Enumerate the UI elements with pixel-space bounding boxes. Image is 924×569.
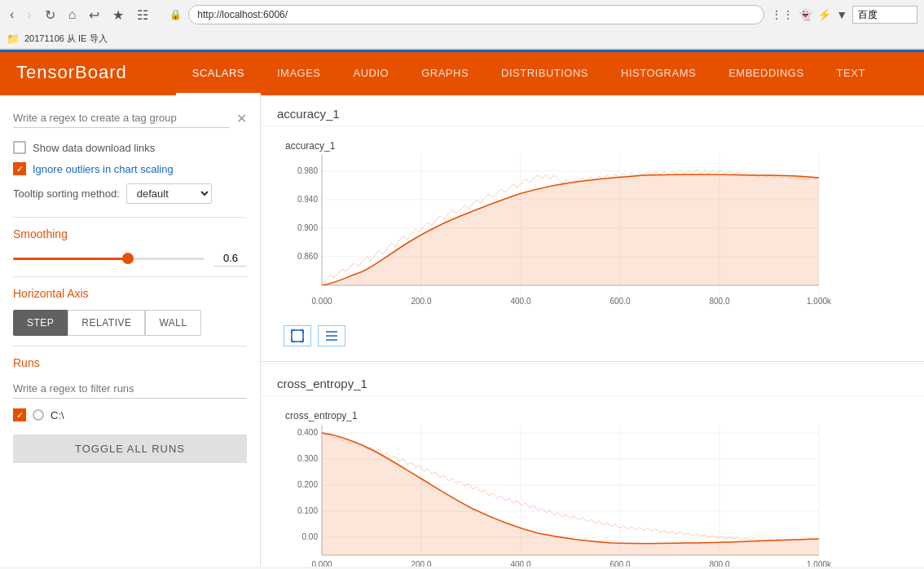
tab-audio[interactable]: AUDIO (337, 50, 406, 95)
run-name-label: C:\ (51, 409, 64, 421)
chart-svg-entropy: cross_entropy_1 (277, 404, 856, 567)
chart-container-entropy: cross_entropy_1 (261, 396, 924, 567)
horizontal-axis-section: Horizontal Axis STEP RELATIVE WALL (13, 287, 247, 336)
bookmark-star-button[interactable]: ★ (109, 6, 127, 24)
forward-button[interactable]: › (24, 6, 34, 24)
x2-label-4: 800.0 (709, 560, 729, 567)
x-label-4: 800.0 (709, 297, 729, 306)
smoothing-slider-fill (13, 258, 128, 260)
bookmark-name[interactable]: 20171106 从 IE 导入 (24, 33, 108, 45)
tag-group-input[interactable] (13, 108, 230, 128)
lightning-icon[interactable]: ⚡ (817, 8, 831, 21)
expand-chart-button[interactable] (284, 325, 311, 346)
browser-search[interactable] (852, 6, 917, 24)
refresh-button[interactable]: ↻ (42, 6, 59, 24)
chart-title-entropy: cross_entropy_1 (285, 410, 358, 421)
browser-icons: ⋮⋮ 👻 ⚡ ▼ (771, 6, 917, 24)
tab-embeddings[interactable]: EMBEDDINGS (712, 50, 820, 95)
smoothing-slider-track[interactable] (13, 258, 205, 260)
checkmark-icon: ✓ (16, 164, 24, 174)
lines-icon (325, 329, 338, 342)
content-area: accuracy_1 accuracy_1 (261, 95, 924, 567)
tab-text[interactable]: TEXT (821, 50, 882, 95)
axis-wall-button[interactable]: WALL (145, 310, 200, 336)
run-checkmark-icon: ✓ (16, 410, 24, 421)
chart-title-accuracy: accuracy_1 (285, 140, 336, 152)
toggle-all-runs-button[interactable]: TOGGLE ALL RUNS (13, 434, 247, 463)
y2-label-0: 0.400 (297, 428, 318, 437)
run-radio[interactable] (33, 409, 44, 421)
dropdown-arrow[interactable]: ▼ (836, 8, 847, 21)
undo-button[interactable]: ↩​ (86, 6, 103, 24)
navbar-tabs: SCALARS IMAGES AUDIO GRAPHS DISTRIBUTION… (176, 50, 882, 95)
y2-label-4: 0.00 (302, 532, 319, 541)
y2-label-3: 0.100 (297, 506, 318, 515)
chart-section-accuracy: accuracy_1 accuracy_1 (261, 95, 924, 362)
tab-graphs[interactable]: GRAPHS (405, 50, 485, 95)
tab-scalars[interactable]: SCALARS (176, 50, 261, 95)
download-links-checkbox[interactable] (13, 141, 26, 154)
x2-label-0: 0.000 (311, 560, 332, 567)
x-label-2: 400.0 (510, 297, 530, 306)
tab-histograms[interactable]: HISTOGRAMS (605, 50, 712, 95)
axis-buttons-group: STEP RELATIVE WALL (13, 310, 247, 336)
main-layout: ✕ Show data download links ✓ Ignore outl… (0, 95, 924, 567)
address-bar[interactable] (188, 5, 764, 24)
chart2-fill (322, 433, 819, 555)
runs-section: Runs ✓ C:\ TOGGLE ALL RUNS (13, 356, 247, 463)
tooltip-sorting-row: Tooltip sorting method: default ascendin… (13, 183, 247, 204)
divider-2 (13, 276, 247, 277)
smoothing-value-input[interactable] (214, 250, 247, 267)
axis-relative-button[interactable]: RELATIVE (68, 310, 145, 336)
home-button[interactable]: ⌂ (65, 6, 80, 24)
run-item-0: ✓ C:\ (13, 408, 247, 421)
y2-label-2: 0.200 (297, 480, 318, 489)
tab-images[interactable]: IMAGES (261, 50, 337, 95)
browser-chrome: ‹ › ↻ ⌂ ↩​ ★ ☷ 🔒 ⋮⋮ 👻 ⚡ ▼ 📁 20171106 从 I… (0, 0, 924, 50)
app-brand: TensorBoard (16, 62, 127, 83)
sidebar: ✕ Show data download links ✓ Ignore outl… (0, 95, 261, 567)
run-checkbox[interactable]: ✓ (13, 408, 26, 421)
tooltip-sorting-label: Tooltip sorting method: (13, 187, 120, 200)
ignore-outliers-label: Ignore outliers in chart scaling (33, 163, 174, 175)
ignore-outliers-checkbox[interactable]: ✓ (13, 162, 26, 175)
grid-icon[interactable]: ⋮⋮ (771, 8, 794, 21)
axis-step-button[interactable]: STEP (13, 310, 68, 336)
reader-button[interactable]: ☷ (134, 6, 152, 24)
chart-toolbar-accuracy (277, 322, 908, 353)
ignore-outliers-row: ✓ Ignore outliers in chart scaling (13, 162, 247, 175)
y-label-2: 0.900 (297, 223, 318, 232)
x2-label-3: 600.0 (609, 560, 630, 567)
y-label-1: 0.940 (297, 195, 318, 204)
chart-svg-accuracy: accuracy_1 (277, 135, 856, 322)
y-label-3: 0.860 (297, 252, 318, 261)
data-download-button[interactable] (318, 325, 345, 346)
y-label-0: 0.980 (297, 166, 318, 175)
download-links-row: Show data download links (13, 141, 247, 154)
horizontal-axis-title: Horizontal Axis (13, 287, 247, 300)
x2-label-2: 400.0 (510, 560, 530, 567)
x2-label-1: 200.0 (411, 560, 431, 567)
divider-3 (13, 346, 247, 346)
y2-label-1: 0.300 (297, 454, 318, 463)
chart-section-title-entropy: cross_entropy_1 (261, 365, 924, 396)
browser-toolbar: ‹ › ↻ ⌂ ↩​ ★ ☷ 🔒 ⋮⋮ 👻 ⚡ ▼ (0, 0, 924, 29)
x-label-3: 600.0 (609, 297, 630, 306)
tooltip-sorting-select[interactable]: default ascending descending nearest (126, 183, 212, 204)
close-icon[interactable]: ✕ (236, 111, 247, 126)
chart-container-accuracy: accuracy_1 (261, 126, 924, 361)
back-button[interactable]: ‹ (7, 6, 17, 24)
ghost-icon[interactable]: 👻 (799, 8, 812, 21)
bookmark-bar: 📁 20171106 从 IE 导入 (0, 29, 924, 49)
chart-section-entropy: cross_entropy_1 cross_entropy_1 (261, 365, 924, 567)
app: TensorBoard SCALARS IMAGES AUDIO GRAPHS … (0, 50, 924, 567)
x-label-0: 0.000 (311, 297, 332, 306)
smoothing-slider-thumb[interactable] (122, 253, 134, 264)
ssl-icon: 🔒 (169, 9, 182, 20)
smoothing-slider-row (13, 250, 247, 267)
runs-filter-input[interactable] (13, 379, 247, 399)
x-label-1: 200.0 (411, 297, 431, 306)
tab-distributions[interactable]: DISTRIBUTIONS (485, 50, 605, 95)
divider-1 (13, 217, 247, 218)
expand-icon (291, 329, 304, 342)
